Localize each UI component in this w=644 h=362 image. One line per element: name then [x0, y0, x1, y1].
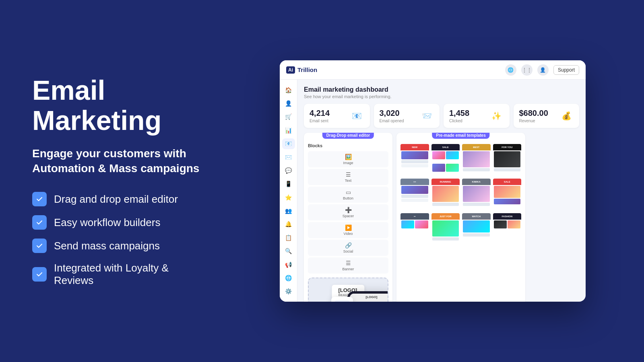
page-subtitle: See how your email marketing is performi…	[304, 94, 579, 99]
stat-value-clicked: 1,458	[449, 109, 469, 118]
template-thumb-7[interactable]: KIMIKA	[462, 179, 491, 211]
template-thumb-2[interactable]: SALE	[431, 144, 460, 176]
page-header: Email marketing dashboard See how your e…	[304, 86, 579, 99]
main-title: Email Marketing	[32, 75, 209, 136]
dashboard-window: Ai Trillion 🌐 ⋮⋮ 👤 Support 🏠 👤 🛒 📊 📧 ✉️ …	[280, 60, 586, 302]
block-spacer-label: Spacer	[343, 214, 354, 218]
templates-grid: NEW SALE	[400, 144, 521, 245]
revenue-icon: 💰	[559, 109, 574, 123]
block-banner-label: Banner	[342, 267, 354, 271]
sidebar-settings-icon[interactable]: ⚙️	[282, 286, 295, 297]
phone-logo-bar: [LOGO]	[350, 294, 388, 301]
sidebar-user-icon[interactable]: 👤	[282, 98, 295, 109]
topbar: Ai Trillion 🌐 ⋮⋮ 👤 Support	[280, 60, 586, 80]
block-text[interactable]: ☰ Text	[308, 169, 388, 185]
topbar-right: 🌐 ⋮⋮ 👤 Support	[505, 64, 579, 76]
sidebar-bell-icon[interactable]: 🔔	[282, 219, 295, 230]
sidebar-people-icon[interactable]: 🌐	[282, 272, 295, 283]
stat-card-sent: 4,214 Email sent 📧	[304, 104, 370, 128]
block-social[interactable]: 🔗 Social	[308, 240, 388, 256]
block-video[interactable]: ▶️ Video	[308, 222, 388, 238]
block-spacer[interactable]: ➕ Spacer	[308, 204, 388, 220]
templates-label: Pre-made email templates	[432, 133, 489, 139]
brand-ai-label: Ai	[286, 66, 295, 74]
editor-row: Drag-Drop email editor Blocks 🖼️ Image ☰…	[304, 133, 579, 302]
block-text-label: Text	[345, 179, 352, 183]
feature-item-1: Drag and drop email editor	[32, 192, 209, 206]
feature-item-3: Send mass campaigns	[32, 239, 209, 253]
template-thumb-4[interactable]: FOR YOU	[493, 144, 522, 176]
checkmark-icon-4	[32, 267, 47, 282]
user-avatar[interactable]: 👤	[537, 64, 549, 76]
stat-value-sent: 4,214	[310, 109, 330, 118]
sidebar-group-icon[interactable]: 👥	[282, 205, 295, 216]
template-thumb-5[interactable]: ▪▪▪	[400, 179, 429, 211]
stat-value-revenue: $680.00	[519, 109, 548, 118]
email-opened-icon: 📨	[419, 109, 434, 123]
sidebar-megaphone-icon[interactable]: 📢	[282, 259, 295, 270]
sidebar-email-icon[interactable]: 📧	[282, 138, 295, 149]
sidebar-chat-icon[interactable]: 💬	[282, 165, 295, 176]
stat-label-sent: Email sent	[310, 119, 330, 123]
clicked-icon: ✨	[489, 109, 504, 123]
support-button[interactable]: Support	[553, 65, 579, 75]
sidebar-home-icon[interactable]: 🏠	[282, 84, 295, 95]
stat-card-opened: 3,020 Email opened 📨	[374, 104, 440, 128]
dragging-image-block: 🖼️ Image	[331, 297, 353, 302]
sidebar-copy-icon[interactable]: 📋	[282, 232, 295, 243]
email-sent-icon: 📧	[350, 109, 364, 123]
image-block-icon: 🖼️	[345, 154, 352, 160]
template-thumb-8[interactable]: SALE	[493, 179, 522, 211]
blocks-title: Blocks	[308, 143, 388, 148]
sidebar: 🏠 👤 🛒 📊 📧 ✉️ 💬 📱 ⭐ 👥 🔔 📋 🔍 📢 🌐 ⚙️	[280, 80, 297, 302]
grid-icon[interactable]: ⋮⋮	[521, 64, 533, 76]
block-image[interactable]: 🖼️ Image	[308, 151, 388, 167]
template-thumb-11[interactable]: WATCH	[462, 213, 491, 245]
page-title: Email marketing dashboard	[304, 86, 579, 93]
text-block-icon: ☰	[346, 171, 351, 178]
right-panel: Ai Trillion 🌐 ⋮⋮ 👤 Support 🏠 👤 🛒 📊 📧 ✉️ …	[233, 52, 644, 310]
sidebar-chart-icon[interactable]: 📊	[282, 125, 295, 136]
subtitle: Engage your customers with Automation & …	[32, 146, 209, 176]
block-button[interactable]: ▭ Button	[308, 187, 388, 203]
main-layout: 🏠 👤 🛒 📊 📧 ✉️ 💬 📱 ⭐ 👥 🔔 📋 🔍 📢 🌐 ⚙️	[280, 80, 586, 302]
template-thumb-12[interactable]: FASHION	[493, 213, 522, 245]
block-social-label: Social	[343, 249, 353, 253]
feature-label-2: Easy workflow builders	[54, 216, 160, 229]
drag-img-icon: 🖼️	[335, 300, 349, 302]
stat-label-clicked: Clicked	[449, 119, 469, 123]
sidebar-search-icon[interactable]: 🔍	[282, 246, 295, 257]
checkmark-icon-3	[32, 239, 47, 253]
stat-card-revenue: $680.00 Revenue 💰	[514, 104, 580, 128]
feature-list: Drag and drop email editor Easy workflow…	[32, 192, 209, 287]
checkmark-icon-2	[32, 215, 47, 230]
stats-row: 4,214 Email sent 📧 3,020 Email opened 📨	[304, 104, 579, 128]
email-editor-panel: Drag-Drop email editor Blocks 🖼️ Image ☰…	[304, 133, 392, 302]
checkmark-icon-1	[32, 192, 47, 206]
main-content: Email marketing dashboard See how your e…	[297, 80, 586, 302]
template-thumb-6[interactable]: RUNNING	[431, 179, 460, 211]
feature-item-4: Integrated with Loyalty & Reviews	[32, 262, 209, 287]
block-banner[interactable]: ☰ Banner	[308, 257, 388, 274]
template-thumb-10[interactable]: JUST FOR	[431, 213, 460, 245]
language-icon[interactable]: 🌐	[505, 64, 516, 76]
sidebar-cart-icon[interactable]: 🛒	[282, 111, 295, 122]
social-block-icon: 🔗	[345, 242, 352, 249]
phone-mockup: [LOGO] RECOMMENDED FOR YOU	[347, 291, 388, 302]
phone-screen: [LOGO] RECOMMENDED FOR YOU	[350, 294, 388, 302]
template-thumb-1[interactable]: NEW	[400, 144, 429, 176]
sidebar-whatsapp-icon[interactable]: 📱	[282, 179, 295, 189]
stat-card-clicked: 1,458 Clicked ✨	[444, 104, 510, 128]
template-thumb-9[interactable]: ▪▪	[400, 213, 429, 245]
template-thumb-3[interactable]: BEST	[462, 144, 491, 176]
stat-label-revenue: Revenue	[519, 119, 548, 123]
block-video-label: Video	[344, 232, 353, 236]
block-button-label: Button	[343, 196, 353, 200]
video-block-icon: ▶️	[345, 224, 352, 231]
sidebar-mail-icon[interactable]: ✉️	[282, 152, 295, 162]
sidebar-star-icon[interactable]: ⭐	[282, 192, 295, 203]
block-items: 🖼️ Image ☰ Text ▭ Button	[308, 151, 388, 274]
left-panel: Email Marketing Engage your customers wi…	[0, 51, 233, 311]
stat-label-opened: Email opened	[380, 119, 404, 123]
template-drop-area[interactable]: [LOGO] BEAUTY CO. ⬇️ Drop content here..…	[308, 278, 388, 302]
